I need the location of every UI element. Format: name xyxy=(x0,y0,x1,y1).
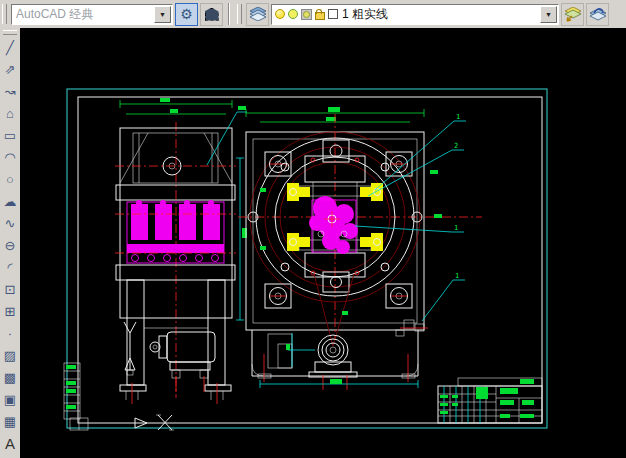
toolbar-grip[interactable] xyxy=(2,4,7,24)
title-block xyxy=(438,378,542,423)
make-layer-current-icon xyxy=(565,7,581,22)
layer-combo[interactable]: 1 粗实线 ▼ xyxy=(271,4,559,25)
mold-stack xyxy=(115,200,236,263)
gradient-tool-icon[interactable]: ▩ xyxy=(1,366,19,388)
toolbar-grip[interactable] xyxy=(237,4,242,24)
workspace-combo[interactable]: AutoCAD 经典 ▼ xyxy=(11,4,173,25)
circle-tool-icon[interactable]: ○ xyxy=(1,168,19,190)
line-tool-icon[interactable]: ╱ xyxy=(1,36,19,58)
balloon-label: 1 xyxy=(456,113,460,121)
chevron-down-icon[interactable]: ▼ xyxy=(540,6,557,23)
center-gear-cluster xyxy=(309,196,358,254)
left-view-motor xyxy=(144,328,215,392)
balloon-label: 1 xyxy=(454,224,458,232)
model-space-canvas[interactable]: 1 2 1 1 xyxy=(20,28,626,458)
point-tool-icon[interactable]: ∙ xyxy=(1,322,19,344)
multiline-text-tool-icon[interactable]: A xyxy=(1,432,19,454)
make-object-layer-current-button[interactable] xyxy=(561,3,584,26)
workspace-settings-button[interactable]: ⚙ xyxy=(175,3,198,26)
cad-drawing: 1 2 1 1 xyxy=(20,28,626,458)
spline-tool-icon[interactable]: ∿ xyxy=(1,212,19,234)
hatch-tool-icon[interactable]: ▨ xyxy=(1,344,19,366)
draw-toolbar: ╱ ⇗ ↝ ⌂ ▭ ◠ ○ ☁ ∿ ⊖ ◜ ⊡ ⊞ ∙ ▨ ▩ ▣ ▦ A xyxy=(0,28,21,458)
region-tool-icon[interactable]: ▣ xyxy=(1,388,19,410)
datum-symbol xyxy=(124,322,136,375)
polyline-tool-icon[interactable]: ↝ xyxy=(1,80,19,102)
workspace-icon xyxy=(205,8,219,21)
balloon-label: 2 xyxy=(454,142,458,150)
arc-tool-icon[interactable]: ◠ xyxy=(1,146,19,168)
left-view xyxy=(115,98,247,404)
toolbar-separator xyxy=(228,3,230,25)
revision-cloud-tool-icon[interactable]: ☁ xyxy=(1,190,19,212)
layers-icon xyxy=(250,7,266,21)
top-toolbar: AutoCAD 经典 ▼ ⚙ 1 粗实线 ▼ xyxy=(0,0,626,29)
layer-properties-button[interactable] xyxy=(246,3,269,26)
layer-color-swatch[interactable] xyxy=(328,9,338,19)
ellipse-arc-tool-icon[interactable]: ◜ xyxy=(1,256,19,278)
layer-viewport-freeze-icon[interactable] xyxy=(301,9,312,20)
right-view xyxy=(238,107,482,390)
insert-block-tool-icon[interactable]: ⊡ xyxy=(1,278,19,300)
layer-previous-button[interactable] xyxy=(586,3,609,26)
polygon-tool-icon[interactable]: ⌂ xyxy=(1,102,19,124)
chevron-down-icon[interactable]: ▼ xyxy=(154,6,171,23)
ellipse-tool-icon[interactable]: ⊖ xyxy=(1,234,19,256)
table-tool-icon[interactable]: ▦ xyxy=(1,410,19,432)
layer-unlock-icon[interactable] xyxy=(315,12,325,20)
workspace-combo-value: AutoCAD 经典 xyxy=(12,6,153,23)
layer-previous-icon xyxy=(590,7,606,22)
layer-on-bulb-icon[interactable] xyxy=(275,9,285,19)
my-workspace-button[interactable] xyxy=(200,3,223,26)
balloon-label: 1 xyxy=(455,272,459,280)
make-block-tool-icon[interactable]: ⊞ xyxy=(1,300,19,322)
rectangle-tool-icon[interactable]: ▭ xyxy=(1,124,19,146)
layer-thaw-sun-icon[interactable] xyxy=(288,9,298,19)
layer-combo-value: 1 粗实线 xyxy=(338,6,539,23)
gear-icon: ⚙ xyxy=(180,7,193,21)
construction-line-tool-icon[interactable]: ⇗ xyxy=(1,58,19,80)
toolbar-grip[interactable] xyxy=(3,30,17,35)
